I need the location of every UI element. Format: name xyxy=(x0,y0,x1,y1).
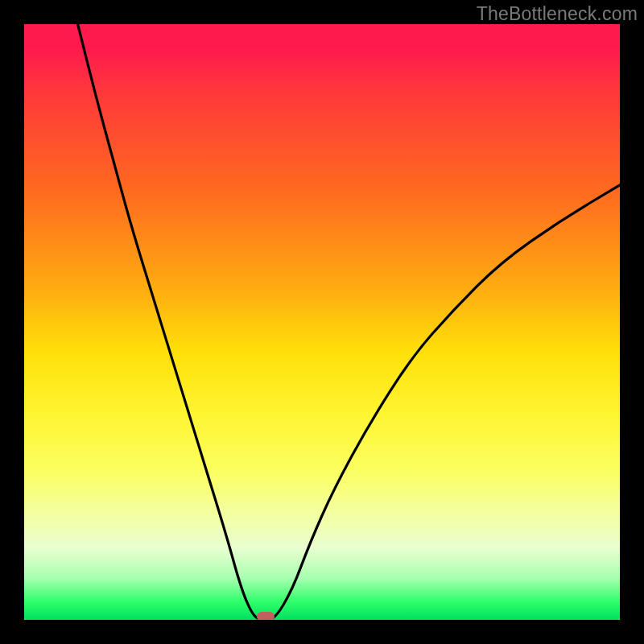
bottleneck-curve xyxy=(78,24,620,620)
minimum-marker xyxy=(257,612,275,620)
chart-frame: TheBottleneck.com xyxy=(0,0,644,644)
watermark-text: TheBottleneck.com xyxy=(477,3,638,25)
curve-svg xyxy=(24,24,620,620)
plot-area xyxy=(24,24,620,620)
